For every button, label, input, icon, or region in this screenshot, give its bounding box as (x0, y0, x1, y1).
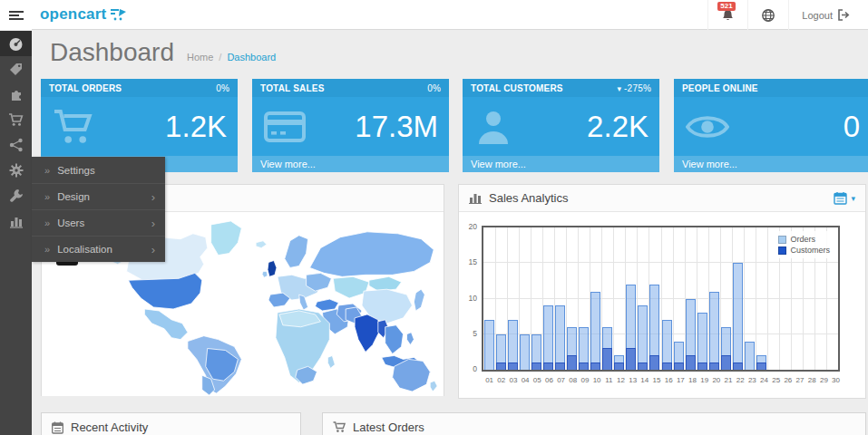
tile-label: TOTAL ORDERS (49, 83, 122, 93)
tile-total-sales: TOTAL SALES 0% 17.3M View more... (252, 79, 449, 172)
customers-bar (508, 362, 518, 370)
customers-bar (674, 362, 684, 370)
menu-item-label: Design (57, 191, 90, 202)
customers-bar (638, 362, 648, 370)
system-flyout-menu: » Settings » Design › » Users › » Locali… (32, 157, 165, 262)
logo-cart-icon (110, 8, 128, 21)
y-tick-label: 0 (461, 364, 477, 373)
tile-body: 0 (674, 97, 868, 156)
notifications-button[interactable]: 521 (707, 0, 747, 30)
double-chevron-icon: » (44, 165, 50, 176)
calendar-icon (52, 421, 63, 434)
view-more-link[interactable]: View more... (674, 156, 868, 172)
x-tick-label: 10 (591, 376, 603, 384)
x-tick-label: 01 (483, 376, 495, 384)
globe-icon (761, 8, 775, 23)
sidebar-item-catalog[interactable] (0, 56, 32, 82)
x-tick-label: 17 (675, 376, 687, 384)
x-tick-label: 09 (579, 376, 590, 384)
logout-icon (837, 9, 850, 21)
breadcrumb-home-link[interactable]: Home (187, 52, 213, 63)
tile-label: TOTAL SALES (260, 83, 325, 93)
x-tick-label: 14 (639, 376, 650, 384)
tile-header: PEOPLE ONLINE (674, 79, 868, 97)
sidebar-item-extensions[interactable] (0, 82, 32, 107)
view-more-link[interactable]: View more... (252, 156, 449, 172)
tile-value: 0 (844, 110, 860, 144)
chevron-right-icon: › (151, 217, 155, 230)
x-tick-label: 22 (735, 376, 746, 384)
sidebar-item-reports[interactable] (0, 208, 32, 234)
customers-bar (709, 362, 719, 370)
tile-body: 2.2K (463, 97, 659, 156)
sidebar-item-dashboard[interactable] (0, 31, 32, 56)
x-tick-label: 16 (663, 376, 675, 384)
sidebar-item-system[interactable] (0, 158, 32, 183)
chart-x-axis: 0102030405060708091011121314151617181920… (483, 376, 842, 384)
bar-chart-icon (9, 214, 24, 228)
customers-bar (602, 348, 612, 370)
breadcrumb-separator: / (219, 52, 221, 63)
top-bar: opencart 521 Logout (0, 0, 868, 30)
double-chevron-icon: » (44, 191, 50, 202)
language-button[interactable] (747, 0, 788, 30)
orders-bar (733, 263, 743, 370)
menu-item-settings[interactable]: » Settings (32, 157, 165, 183)
menu-item-design[interactable]: » Design › (32, 183, 165, 209)
topbar-controls: 521 Logout (707, 0, 863, 30)
orders-bar (520, 334, 530, 370)
y-tick-label: 10 (461, 294, 477, 303)
gear-icon (9, 163, 24, 178)
logo-text: opencart (40, 5, 106, 24)
x-tick-label: 29 (818, 376, 830, 384)
customers-bar (590, 362, 600, 370)
sidebar-item-marketing[interactable] (0, 132, 32, 158)
customers-bar (721, 355, 731, 370)
tile-body: 17.3M (252, 97, 449, 156)
breadcrumb-current-link[interactable]: Dashboard (227, 52, 276, 63)
legend-entry: Customers (778, 246, 830, 255)
x-tick-label: 07 (555, 376, 567, 384)
sidebar-item-tools[interactable] (0, 183, 32, 208)
x-tick-label: 03 (507, 376, 519, 384)
orders-bar (484, 320, 494, 370)
date-range-control[interactable]: ▾ (834, 191, 855, 205)
tile-value: 1.2K (165, 110, 227, 144)
customers-bar (614, 362, 624, 370)
extensions-icon (9, 87, 24, 102)
tile-header: TOTAL ORDERS 0% (41, 79, 238, 97)
tile-change: 0% (216, 83, 229, 93)
customers-bar (649, 355, 659, 370)
tile-total-customers: TOTAL CUSTOMERS ▾ -275% 2.2K View more..… (463, 79, 659, 172)
latest-orders-panel: Latest Orders (322, 412, 866, 435)
menu-item-localisation[interactable]: » Localisation › (32, 236, 165, 262)
gridline (613, 227, 614, 370)
x-tick-label: 02 (495, 376, 507, 384)
sidebar-toggle-button[interactable] (0, 0, 32, 30)
menu-item-users[interactable]: » Users › (32, 209, 165, 236)
opencart-logo[interactable]: opencart (40, 5, 128, 24)
user-icon (474, 108, 512, 146)
legend-swatch (778, 246, 786, 255)
logout-button[interactable]: Logout (788, 0, 863, 30)
x-tick-label: 12 (615, 376, 627, 384)
view-more-link[interactable]: View more... (463, 156, 659, 172)
latest-orders-header: Latest Orders (323, 413, 865, 435)
tile-header: TOTAL SALES 0% (252, 79, 449, 97)
x-tick-label: 28 (806, 376, 818, 384)
page-head: Dashboard Home / Dashboard (50, 38, 276, 67)
customers-bar (626, 348, 636, 370)
credit-card-icon (264, 110, 306, 144)
chevron-right-icon: › (151, 190, 155, 204)
sidebar-item-sales[interactable] (0, 107, 32, 132)
menu-item-label: Localisation (57, 244, 112, 255)
breadcrumb: Home / Dashboard (187, 52, 276, 63)
orders-bar (555, 305, 565, 370)
tile-value: 2.2K (587, 110, 649, 144)
cart-icon (53, 108, 96, 146)
y-tick-label: 5 (461, 329, 477, 338)
x-tick-label: 21 (722, 376, 734, 384)
customers-bar (662, 362, 672, 370)
gridline (767, 227, 768, 370)
dashboard-icon (8, 36, 24, 52)
